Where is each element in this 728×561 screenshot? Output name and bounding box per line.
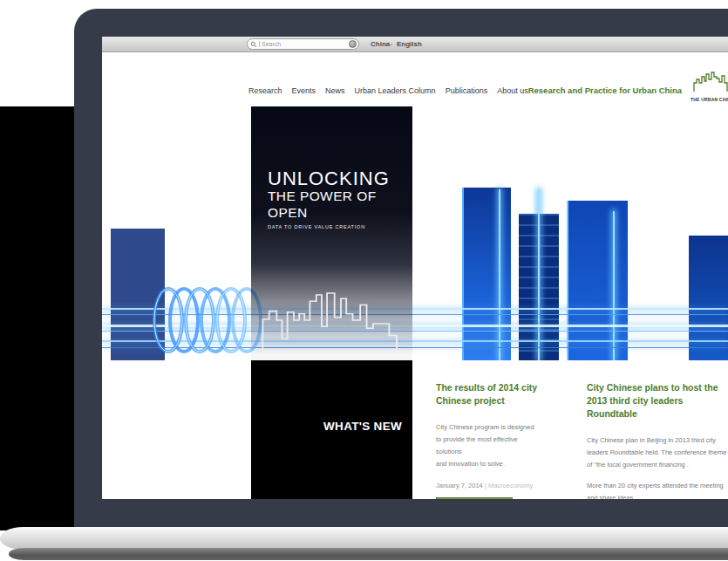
lang-link-english[interactable]: English xyxy=(397,40,422,48)
hero-title-line1: UNLOCKING xyxy=(268,169,412,188)
article-meta: January 7, 2014 | Macroeconomy xyxy=(436,482,573,489)
uci-skyline-logo-icon: UCI xyxy=(693,71,728,92)
main-nav: Research Events News Urban Leaders Colum… xyxy=(248,86,528,106)
browser-screen: China English Research Events News Urban… xyxy=(102,37,728,499)
nav-item-events[interactable]: Events xyxy=(292,86,316,95)
hero-copy: UNLOCKING THE POWER OF OPEN DATA TO DRIV… xyxy=(251,106,412,229)
whats-new-heading: WHAT'S NEW xyxy=(323,420,402,433)
site-tagline: Research and Practice for Urban China xyxy=(528,86,682,106)
article-category[interactable]: Macroeconomy xyxy=(488,482,533,489)
meta-separator: | xyxy=(485,482,486,489)
hero-image xyxy=(102,106,728,360)
article-title[interactable]: The results of 2014 city Chinese project xyxy=(436,381,573,407)
continue-reading-button[interactable]: Continue Reading xyxy=(436,497,513,499)
nav-item-news[interactable]: News xyxy=(325,86,345,95)
site-header: Research Events News Urban Leaders Colum… xyxy=(102,53,728,106)
page: China English Research Events News Urban… xyxy=(0,0,728,561)
search-box[interactable] xyxy=(247,38,359,50)
article-date: January 7, 2014 xyxy=(436,482,483,489)
browser-toolbar: China English xyxy=(102,37,728,52)
hero-dark-panel: UNLOCKING THE POWER OF OPEN DATA TO DRIV… xyxy=(251,106,412,360)
article-excerpt-2: More than 20 city experts attended the m… xyxy=(587,480,728,499)
nav-item-publications[interactable]: Publications xyxy=(446,86,488,95)
lang-link-china[interactable]: China xyxy=(371,40,390,48)
skyline-outline-graphic xyxy=(256,292,406,352)
nav-item-about-us[interactable]: About us xyxy=(497,86,528,95)
lang-separator-dot xyxy=(391,44,392,45)
uci-logo[interactable]: UCI THE URBAN CHINA INITIATIVE xyxy=(691,71,728,106)
neon-rings-graphic xyxy=(153,284,262,357)
logo-name: THE URBAN CHINA INITIATIVE xyxy=(691,97,728,102)
search-go-button[interactable] xyxy=(349,40,357,48)
hero-subtitle: DATA TO DRIVE VALUE CREATION xyxy=(268,224,412,229)
nav-item-urban-leaders-column[interactable]: Urban Leaders Column xyxy=(355,86,436,95)
article-title[interactable]: City Chinese plans to host the 2013 thir… xyxy=(587,381,728,421)
search-input[interactable] xyxy=(262,39,336,49)
nav-item-research[interactable]: Research xyxy=(248,86,282,95)
article-card: City Chinese plans to host the 2013 thir… xyxy=(587,381,728,499)
whats-new-panel: WHAT'S NEW xyxy=(251,360,412,499)
hero-left-bleed xyxy=(0,106,83,530)
article-excerpt: City Chinese program is designed to prov… xyxy=(436,421,573,470)
hero-title-line2: THE POWER OF OPEN xyxy=(268,188,412,221)
search-divider xyxy=(259,41,260,47)
laptop-base xyxy=(0,527,728,550)
search-icon xyxy=(250,41,257,48)
article-card: The results of 2014 city Chinese project… xyxy=(436,381,573,499)
article-excerpt: City Chinese plan in Beijing in 2013 thi… xyxy=(587,434,728,471)
laptop-base-edge xyxy=(9,548,728,560)
